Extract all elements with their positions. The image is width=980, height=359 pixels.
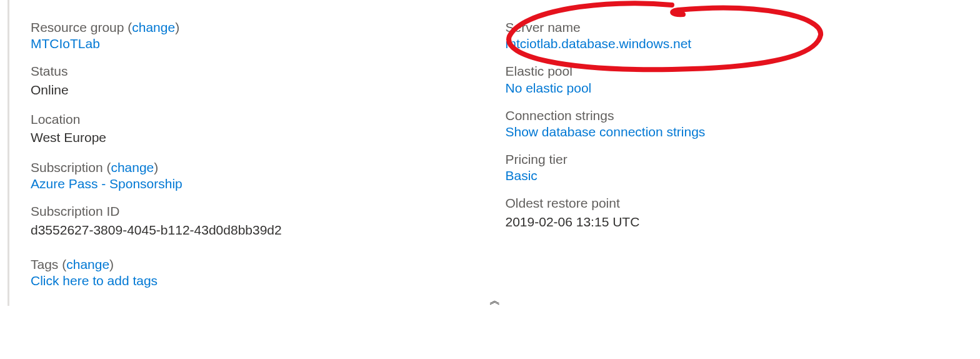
oldest-restore-property: Oldest restore point 2019-02-06 13:15 UT…: [506, 195, 981, 231]
server-name-label: Server name: [506, 19, 981, 36]
elastic-pool-property: Elastic pool No elastic pool: [506, 63, 981, 95]
subscription-label: Subscription (change): [31, 159, 506, 176]
resource-group-change-link[interactable]: change: [132, 20, 175, 34]
tags-property: Tags (change) Click here to add tags: [31, 256, 506, 288]
overview-essentials-pane: Resource group (change) MTCIoTLab Status…: [8, 0, 980, 306]
connection-strings-label: Connection strings: [506, 107, 981, 124]
elastic-pool-label: Elastic pool: [506, 63, 981, 80]
subscription-id-label: Subscription ID: [31, 203, 506, 220]
location-label: Location: [31, 111, 506, 128]
oldest-restore-label: Oldest restore point: [506, 195, 981, 212]
status-label: Status: [31, 63, 506, 80]
oldest-restore-value: 2019-02-06 13:15 UTC: [506, 213, 981, 231]
resource-group-value-link[interactable]: MTCIoTLab: [31, 36, 506, 51]
resource-group-label-text: Resource group: [31, 20, 124, 34]
elastic-pool-value-link[interactable]: No elastic pool: [506, 81, 981, 96]
location-property: Location West Europe: [31, 111, 506, 148]
server-name-property: Server name mtciotlab.database.windows.n…: [506, 19, 981, 51]
resource-group-label: Resource group (change): [31, 19, 506, 36]
pricing-tier-label: Pricing tier: [506, 151, 981, 168]
resource-group-property: Resource group (change) MTCIoTLab: [31, 19, 506, 51]
status-property: Status Online: [31, 63, 506, 99]
pricing-tier-value-link[interactable]: Basic: [506, 168, 981, 183]
connection-strings-property: Connection strings Show database connect…: [506, 107, 981, 139]
subscription-id-value: d3552627-3809-4045-b112-43d0d8bb39d2: [31, 221, 506, 240]
subscription-property: Subscription (change) Azure Pass - Spons…: [31, 159, 506, 191]
overview-right-column: Server name mtciotlab.database.windows.n…: [506, 19, 981, 300]
subscription-id-property: Subscription ID d3552627-3809-4045-b112-…: [31, 203, 506, 240]
overview-left-column: Resource group (change) MTCIoTLab Status…: [31, 19, 506, 300]
connection-strings-value-link[interactable]: Show database connection strings: [506, 124, 981, 139]
server-name-value-link[interactable]: mtciotlab.database.windows.net: [506, 36, 981, 51]
tags-label-text: Tags: [31, 257, 58, 271]
collapse-essentials-button[interactable]: ︽: [489, 295, 501, 306]
location-value: West Europe: [31, 128, 506, 147]
tags-add-link[interactable]: Click here to add tags: [31, 273, 506, 288]
tags-change-link[interactable]: change: [66, 257, 109, 271]
subscription-change-link[interactable]: change: [111, 160, 154, 174]
status-value: Online: [31, 81, 506, 99]
subscription-value-link[interactable]: Azure Pass - Sponsorship: [31, 176, 506, 191]
subscription-label-text: Subscription: [31, 160, 103, 174]
tags-label: Tags (change): [31, 256, 506, 273]
pricing-tier-property: Pricing tier Basic: [506, 151, 981, 183]
